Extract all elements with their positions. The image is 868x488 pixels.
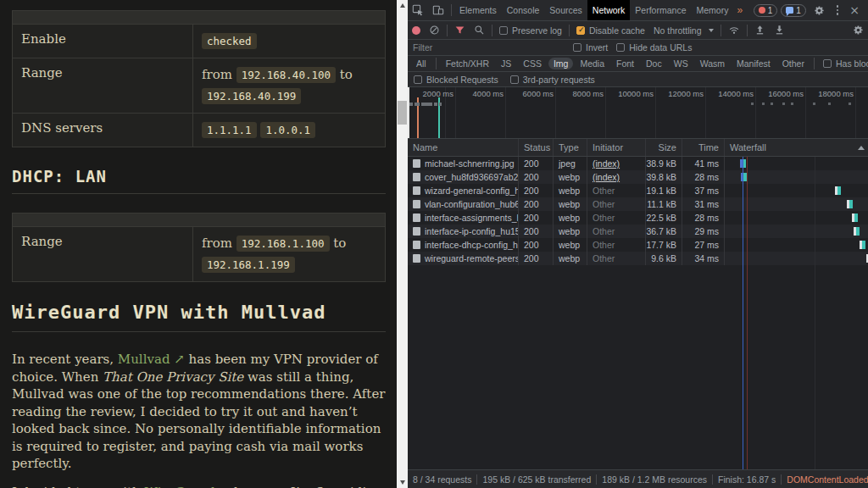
blocked-requests-checkbox[interactable]: Blocked Requests — [414, 75, 498, 85]
request-row[interactable]: wizard-general-config_hu… 200 webp Other… — [408, 184, 868, 197]
timeline-tick-label: 8000 ms — [556, 89, 604, 98]
export-har-icon[interactable] — [750, 21, 770, 39]
waterfall-event-line — [747, 157, 748, 469]
request-row[interactable]: vlan-configuration_hub6c… 200 webp Other… — [408, 197, 868, 211]
request-initiator-cell[interactable]: Other — [587, 211, 646, 225]
overview-request-dot — [782, 103, 785, 105]
type-filter-chip[interactable]: Doc — [641, 58, 667, 69]
invert-checkbox[interactable]: Invert — [569, 42, 612, 53]
type-filter-all[interactable]: All — [411, 58, 431, 69]
close-icon[interactable]: × — [846, 3, 866, 17]
inline-code: 192.168.1.199 — [202, 257, 295, 273]
timeline-tick-label: 14000 ms — [706, 89, 754, 98]
scroll-up-arrow[interactable] — [397, 0, 408, 11]
filter-input[interactable] — [408, 42, 518, 53]
type-filter-chip[interactable]: Media — [575, 58, 609, 69]
request-size-cell: 39.8 kB — [646, 170, 682, 184]
inspect-element-icon[interactable] — [408, 0, 428, 20]
type-filter-chip[interactable]: Fetch/XHR — [441, 58, 494, 69]
network-overview-timeline[interactable]: 2000 ms4000 ms6000 ms8000 ms10000 ms1200… — [408, 87, 868, 139]
more-tabs-icon[interactable]: » — [733, 4, 746, 16]
third-party-requests-checkbox[interactable]: 3rd-party requests — [510, 75, 595, 85]
inline-code: 1.0.0.1 — [260, 122, 315, 138]
checkbox-icon — [573, 43, 581, 52]
waterfall-event-line — [815, 157, 815, 469]
devtools-tab[interactable]: Performance — [630, 0, 691, 20]
separator — [747, 25, 748, 36]
clear-icon[interactable] — [425, 21, 444, 39]
row-value: 1.1.1.1 1.0.0.1 — [193, 114, 385, 147]
page-scrollbar[interactable] — [397, 0, 408, 488]
scrollbar-thumb[interactable] — [398, 101, 407, 125]
device-toolbar-icon[interactable] — [428, 0, 448, 20]
overview-request-mark — [439, 103, 442, 106]
type-filter-chip[interactable]: Img — [548, 58, 574, 69]
heading-wireguard: WireGuard VPN with Mullvad — [12, 302, 386, 323]
type-filter-chip[interactable]: Wasm — [695, 58, 730, 69]
checkbox-icon — [499, 26, 508, 35]
type-filter-chip[interactable]: Manifest — [732, 58, 776, 69]
row-label: Enable — [13, 25, 193, 58]
request-row[interactable]: wireguard-remote-peers_… 200 webp Other … — [408, 252, 868, 265]
request-status-cell: 200 — [519, 157, 554, 170]
devtools-tab[interactable]: Console — [502, 0, 545, 20]
row-value: from 192.168.40.100 to 192.168.40.199 — [193, 58, 385, 113]
request-initiator-cell[interactable]: (index) — [587, 157, 646, 170]
type-filter-chip[interactable]: Other — [777, 58, 810, 69]
request-size-cell: 38.9 kB — [646, 157, 682, 170]
external-link[interactable]: WireGuard ↗ — [145, 485, 231, 488]
devtools-tab[interactable]: Sources — [544, 0, 587, 20]
external-link[interactable]: Mullvad ↗ — [118, 352, 185, 367]
network-settings-gear-icon[interactable] — [849, 21, 868, 39]
type-filter-chip[interactable]: Font — [611, 58, 639, 69]
request-initiator-cell[interactable]: Other — [587, 252, 646, 265]
column-header-size[interactable]: Size — [646, 139, 682, 156]
sort-arrow-icon — [858, 146, 865, 150]
scroll-down-arrow[interactable] — [397, 477, 408, 488]
filter-funnel-icon[interactable] — [450, 21, 470, 39]
type-filter-chip[interactable]: WS — [669, 58, 693, 69]
devtools-tab[interactable]: Network — [587, 0, 631, 20]
request-row[interactable]: interface-assignments_hu… 200 webp Other… — [408, 211, 868, 225]
request-initiator-cell[interactable]: Other — [587, 238, 646, 252]
column-header-status[interactable]: Status — [519, 139, 554, 156]
overview-request-dot — [828, 103, 831, 105]
column-header-waterfall[interactable]: Waterfall — [725, 139, 868, 156]
search-icon[interactable] — [470, 21, 489, 39]
column-header-initiator[interactable]: Initiator — [587, 139, 646, 156]
error-badge[interactable]: 1 — [754, 4, 778, 17]
dhcp-lan-table: Range from 192.168.1.100 to 192.168.1.19… — [12, 213, 386, 282]
request-initiator-cell[interactable]: Other — [587, 197, 646, 211]
devtools-tab[interactable]: Memory — [691, 0, 733, 20]
more-options-icon[interactable] — [832, 5, 843, 15]
settings-gear-icon[interactable] — [810, 5, 829, 16]
request-initiator-cell[interactable]: Other — [587, 225, 646, 238]
request-row[interactable]: michael-schnerring.jpg 200 jpeg (index) … — [408, 157, 868, 170]
import-har-icon[interactable] — [770, 21, 789, 39]
column-header-time[interactable]: Time — [682, 139, 725, 156]
request-row[interactable]: interface-dhcp-config_hu… 200 webp Other… — [408, 238, 868, 252]
timeline-tick-label: 6000 ms — [506, 89, 554, 98]
request-row[interactable]: interface-ip-config_hu15… 200 webp Other… — [408, 225, 868, 238]
preserve-log-checkbox[interactable]: Preserve log — [495, 25, 566, 36]
request-initiator-cell[interactable]: Other — [587, 184, 646, 197]
devtools-tab[interactable]: Elements — [454, 0, 502, 20]
column-header-type[interactable]: Type — [554, 139, 587, 156]
request-rows: michael-schnerring.jpg 200 jpeg (index) … — [408, 157, 868, 265]
disable-cache-checkbox[interactable]: Disable cache — [572, 25, 649, 36]
throttling-dropdown[interactable]: No throttling — [649, 25, 718, 36]
network-conditions-icon[interactable] — [724, 21, 744, 39]
column-header-name[interactable]: Name — [408, 139, 519, 156]
waterfall-bar — [847, 200, 853, 208]
image-file-icon — [413, 214, 420, 222]
request-initiator-cell[interactable]: (index) — [587, 170, 646, 184]
record-icon[interactable] — [408, 21, 425, 39]
hide-data-urls-checkbox[interactable]: Hide data URLs — [612, 42, 696, 53]
overview-request-dot — [813, 103, 815, 105]
has-blocked-cookies-checkbox[interactable]: Has blocked cookies — [819, 58, 868, 69]
type-filter-chip[interactable]: CSS — [518, 58, 547, 69]
issues-badge[interactable]: 1 — [781, 4, 806, 17]
request-name-cell: wireguard-remote-peers_… — [408, 252, 519, 265]
request-row[interactable]: cover_hu8fd936697ab2ce… 200 webp (index)… — [408, 170, 868, 184]
type-filter-chip[interactable]: JS — [496, 58, 516, 69]
